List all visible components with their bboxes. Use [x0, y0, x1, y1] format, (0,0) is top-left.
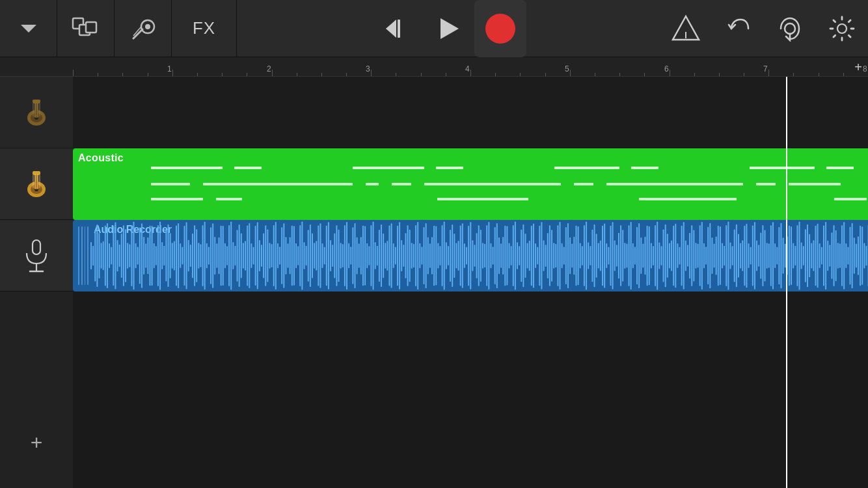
add-section-button[interactable]: + — [848, 57, 868, 77]
track-lane-audio-recorder: Audio Recorder — [73, 220, 868, 291]
track-header-acoustic[interactable] — [0, 148, 73, 220]
rewind-button[interactable] — [370, 0, 422, 57]
toolbar-right — [660, 0, 868, 57]
record-circle — [485, 14, 515, 44]
acoustic-clip[interactable]: Acoustic — [73, 148, 868, 220]
track-header-audio-recorder[interactable] — [0, 220, 73, 291]
toolbar: FX — [0, 0, 868, 57]
ruler-offset — [0, 57, 73, 76]
svg-point-14 — [837, 24, 847, 33]
audio-recorder-waveform — [73, 220, 868, 291]
track-lane-muted — [73, 77, 868, 148]
track-content: Acoustic — [73, 77, 868, 488]
loop-button[interactable] — [764, 0, 816, 57]
settings-button[interactable] — [816, 0, 868, 57]
svg-marker-10 — [441, 18, 459, 39]
main-area: + Acoustic — [0, 77, 868, 488]
svg-point-5 — [145, 24, 150, 29]
svg-rect-9 — [398, 20, 400, 38]
ruler: 12345678 + — [0, 57, 868, 77]
audio-recorder-clip[interactable]: Audio Recorder — [73, 220, 868, 291]
guitar-icon — [17, 93, 56, 132]
instrument-button[interactable] — [115, 0, 172, 57]
undo-button[interactable] — [712, 0, 764, 57]
fx-label: FX — [193, 18, 215, 38]
svg-rect-3 — [86, 22, 96, 33]
svg-rect-19 — [33, 100, 40, 103]
svg-marker-0 — [21, 25, 36, 33]
playhead — [786, 77, 787, 488]
track-lane-acoustic: Acoustic — [73, 148, 868, 220]
svg-rect-28 — [33, 171, 40, 175]
track-header-acoustic-muted[interactable] — [0, 77, 73, 148]
transport-controls — [237, 0, 660, 57]
play-button[interactable] — [422, 0, 474, 57]
acoustic-waveform — [73, 148, 868, 220]
ruler-marks: 12345678 — [73, 57, 868, 76]
svg-marker-8 — [386, 20, 396, 38]
guitar-icon-2 — [17, 165, 56, 204]
microphone-icon — [20, 237, 53, 274]
add-track-button[interactable]: + — [0, 423, 73, 462]
tracks-button[interactable] — [57, 0, 115, 57]
fx-button[interactable]: FX — [172, 0, 237, 57]
dropdown-button[interactable] — [0, 0, 57, 57]
tuner-button[interactable] — [660, 0, 712, 57]
svg-rect-33 — [33, 240, 40, 254]
record-button[interactable] — [474, 0, 526, 57]
svg-point-13 — [785, 23, 795, 34]
track-headers: + — [0, 77, 73, 488]
